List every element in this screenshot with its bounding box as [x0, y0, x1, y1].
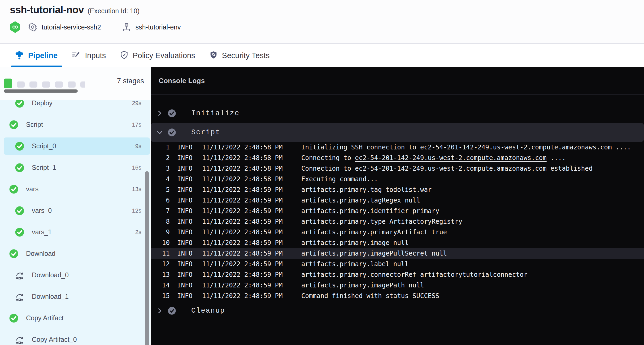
log-line-11: 11INFO11/11/2022 2:48:59 PMartifacts.pri… — [151, 248, 644, 259]
stage-label: Copy Artifact — [26, 314, 64, 322]
log-level: INFO — [177, 144, 195, 151]
stage-label: Script — [26, 121, 43, 128]
chevron-down-icon[interactable] — [156, 129, 163, 136]
stage-item-download_0[interactable]: Download_0 — [0, 264, 150, 286]
command-rollback-icon — [15, 335, 24, 344]
stage-label: vars_1 — [32, 228, 52, 236]
stage-square-pending — [42, 81, 50, 88]
log-timestamp: 11/11/2022 2:48:58 PM — [202, 165, 294, 172]
tab-inputs[interactable]: Inputs — [71, 44, 106, 67]
stage-duration: 13s — [132, 186, 141, 193]
tab-policy-evaluations[interactable]: Policy Evaluations — [120, 44, 195, 67]
log-timestamp: 11/11/2022 2:48:59 PM — [202, 197, 294, 204]
log-timestamp: 11/11/2022 2:48:59 PM — [202, 250, 294, 257]
stage-progress-header: 7 stages — [0, 67, 150, 100]
log-message-text: Executing command... — [301, 175, 378, 183]
log-section-title: Cleanup — [191, 307, 225, 315]
log-message: artifacts.primary.identifier primary — [301, 207, 644, 215]
stage-item-script[interactable]: Script17s — [0, 114, 150, 135]
log-line-2: 2INFO11/11/2022 2:48:58 PMConnecting to … — [151, 153, 644, 163]
environment-name[interactable]: ssh-tutorial-env — [136, 23, 181, 31]
log-message-text: artifacts.primary.imagePullSecret null — [301, 250, 447, 257]
log-host-link[interactable]: ec2-54-201-142-249.us-west-2.compute.ama… — [420, 144, 612, 151]
stage-label: Script_0 — [32, 142, 56, 150]
stage-item-script_1[interactable]: Script_116s — [0, 157, 150, 178]
stage-item-vars_1[interactable]: vars_12s — [0, 221, 150, 243]
stage-progress-horizontal-scrollbar[interactable] — [4, 89, 78, 93]
log-line-number: 6 — [151, 197, 170, 204]
gear-icon[interactable] — [28, 22, 37, 32]
stage-duration: 12s — [132, 207, 141, 214]
log-message: Connection to ec2-54-201-142-249.us-west… — [301, 165, 644, 172]
page-title: ssh-tutorial-nov — [10, 4, 84, 16]
tab-security-tests[interactable]: Security Tests — [209, 44, 270, 67]
stage-progress-squares — [4, 78, 85, 88]
service-name[interactable]: tutorial-service-ssh2 — [42, 23, 101, 31]
tab-pipeline[interactable]: Pipeline — [15, 44, 58, 67]
log-level: INFO — [177, 197, 195, 204]
stage-square-pending — [55, 81, 63, 88]
log-message: artifacts.primary.label null — [301, 260, 644, 268]
log-line-number: 13 — [151, 271, 170, 278]
log-message-text: artifacts.primary.type ArtifactoryRegist… — [301, 218, 462, 225]
command-rollback-icon — [15, 270, 24, 280]
stage-item-copy-artifact_0[interactable]: Copy Artifact_0 — [0, 329, 150, 345]
log-message-text: artifacts.primary.connectorRef artifacto… — [301, 271, 528, 278]
log-level: INFO — [177, 207, 195, 215]
log-line-13: 13INFO11/11/2022 2:48:59 PMartifacts.pri… — [151, 269, 644, 280]
stage-duration: 17s — [132, 121, 141, 128]
stage-square-pending — [29, 81, 37, 88]
log-section-initialize[interactable]: Initialize — [151, 104, 644, 123]
log-message: artifacts.primary.primaryArtifact true — [301, 228, 644, 236]
log-line-15: 15INFO11/11/2022 2:48:59 PMCommand finis… — [151, 291, 644, 301]
sidebar-vertical-scrollbar[interactable] — [145, 171, 149, 345]
log-message: Connecting to ec2-54-201-142-249.us-west… — [301, 154, 644, 162]
tab-label: Pipeline — [28, 51, 58, 60]
log-level: INFO — [177, 165, 195, 172]
log-timestamp: 11/11/2022 2:48:59 PM — [202, 271, 294, 278]
log-level: INFO — [177, 175, 195, 183]
log-message-text: artifacts.primary.identifier primary — [301, 207, 439, 215]
log-timestamp: 11/11/2022 2:48:59 PM — [202, 228, 294, 236]
stage-item-vars[interactable]: vars13s — [0, 178, 150, 200]
log-line-12: 12INFO11/11/2022 2:48:59 PMartifacts.pri… — [151, 259, 644, 269]
log-message-text: .... — [612, 144, 631, 151]
log-level: INFO — [177, 292, 195, 300]
stage-item-download[interactable]: Download — [0, 243, 150, 264]
stage-duration: 2s — [135, 229, 141, 236]
stage-item-script_0[interactable]: Script_09s — [0, 135, 150, 157]
log-message-text: established — [547, 165, 593, 172]
log-line-number: 15 — [151, 292, 170, 300]
pipeline-icon — [15, 50, 24, 61]
console-logs-title: Console Logs — [159, 77, 205, 85]
log-host-link[interactable]: ec2-54-201-142-249.us-west-2.compute.ama… — [355, 154, 546, 162]
stage-label: Download_1 — [32, 293, 69, 300]
log-section-script[interactable]: Script — [151, 123, 644, 142]
log-message: artifacts.primary.imagePullSecret null — [301, 250, 644, 257]
log-line-3: 3INFO11/11/2022 2:48:58 PMConnection to … — [151, 163, 644, 174]
execution-header: ssh-tutorial-nov (Execution Id: 10) tuto… — [0, 0, 644, 44]
tab-bar: PipelineInputsPolicy EvaluationsSecurity… — [0, 44, 644, 67]
log-host-link[interactable]: ec2-54-201-142-249.us-west-2.compute.ama… — [355, 165, 546, 172]
chevron-right-icon[interactable] — [156, 110, 163, 117]
log-line-number: 2 — [151, 154, 170, 162]
selected-stage-highlight — [4, 137, 150, 155]
log-message: Executing command... — [301, 175, 644, 183]
log-line-number: 7 — [151, 207, 170, 215]
shield-check-icon — [120, 50, 129, 61]
log-message-text: Initializing SSH connection to — [301, 144, 420, 151]
log-section-cleanup[interactable]: Cleanup — [151, 301, 644, 320]
stage-item-copy-artifact[interactable]: Copy Artifact — [0, 307, 150, 329]
log-line-number: 8 — [151, 218, 170, 225]
tab-label: Inputs — [85, 51, 106, 60]
check-circle-green-icon — [9, 120, 19, 130]
log-line-6: 6INFO11/11/2022 2:48:59 PMartifacts.prim… — [151, 195, 644, 206]
chevron-right-icon[interactable] — [156, 307, 163, 314]
stage-item-vars_0[interactable]: vars_012s — [0, 200, 150, 221]
stage-label: Download — [26, 250, 55, 257]
stage-item-download_1[interactable]: Download_1 — [0, 286, 150, 307]
log-timestamp: 11/11/2022 2:48:59 PM — [202, 218, 294, 225]
check-circle-green-icon — [15, 141, 24, 151]
stage-count-label: 7 stages — [117, 77, 144, 85]
log-section-title: Script — [191, 128, 220, 136]
